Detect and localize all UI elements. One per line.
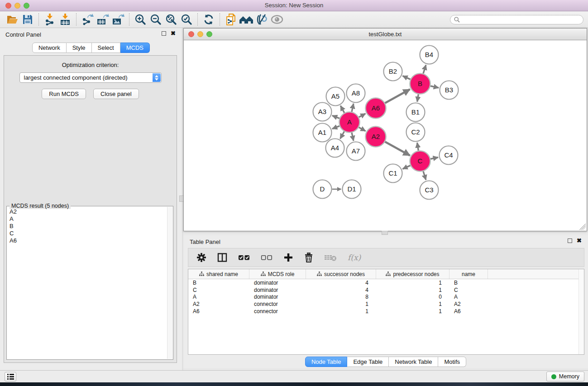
graph-node-A3[interactable]: A3 <box>313 103 332 121</box>
table-cell[interactable]: A6 <box>188 308 249 315</box>
close-panel-icon[interactable]: ✖ <box>171 31 176 36</box>
deselect-all-icon[interactable] <box>261 254 272 261</box>
export-table-icon[interactable] <box>95 13 110 26</box>
mcds-result-item[interactable]: B <box>7 223 167 230</box>
mcds-result-item[interactable]: A6 <box>7 237 167 244</box>
table-cell[interactable]: A6 <box>449 308 488 315</box>
table-cell[interactable]: dominator <box>249 287 306 293</box>
table-cell[interactable]: 1 <box>376 280 449 286</box>
table-cell[interactable]: 1 <box>376 287 449 293</box>
graph-edge-B-B1[interactable] <box>417 94 419 102</box>
table-settings-gear-icon[interactable] <box>196 253 206 262</box>
eye-icon[interactable] <box>269 13 285 26</box>
graph-edge-B-B3[interactable] <box>430 86 439 88</box>
table-cell[interactable]: A2 <box>188 301 249 307</box>
graph-node-A6[interactable]: A6 <box>366 98 386 119</box>
graph-node-B4[interactable]: B4 <box>420 46 439 64</box>
graph-edge-C-C4[interactable] <box>430 157 438 159</box>
tab-mcds[interactable]: MCDS <box>120 43 150 53</box>
table-scrollbar[interactable] <box>578 269 584 354</box>
tab-style[interactable]: Style <box>67 43 92 53</box>
graph-node-C3[interactable]: C3 <box>420 181 439 200</box>
graph-node-A2[interactable]: A2 <box>366 127 386 147</box>
column-header-name[interactable]: name <box>449 269 488 279</box>
column-header-successor-nodes[interactable]: successor nodes <box>306 269 376 279</box>
resize-grip-icon[interactable] <box>579 224 586 230</box>
graph-edge-A-A6[interactable] <box>359 114 366 117</box>
home-icon[interactable] <box>239 13 254 26</box>
table-cell[interactable]: connector <box>249 308 306 315</box>
add-column-icon[interactable] <box>283 253 293 262</box>
graph-edge-A-A8[interactable] <box>352 104 354 112</box>
delete-table-icon[interactable] <box>324 253 337 262</box>
graphics-details-icon[interactable] <box>254 13 269 26</box>
open-session-icon[interactable] <box>5 13 20 26</box>
table-cell[interactable]: 1 <box>376 301 449 307</box>
graph-edge-B-B2[interactable] <box>402 76 410 80</box>
graph-edge-A-A4[interactable] <box>340 131 344 138</box>
graph-node-C2[interactable]: C2 <box>406 123 425 142</box>
table-cell[interactable]: 4 <box>306 287 376 293</box>
memory-button[interactable]: Memory <box>546 372 584 381</box>
task-history-button[interactable] <box>5 372 16 381</box>
table-cell[interactable]: 4 <box>306 280 376 286</box>
graph-node-C[interactable]: C <box>410 151 430 172</box>
function-builder-icon[interactable]: f(x) <box>348 253 361 262</box>
graph-edge-A6-B[interactable] <box>385 89 410 103</box>
graph-edge-C-C2[interactable] <box>417 143 419 151</box>
graph-edge-A-A7[interactable] <box>352 133 354 141</box>
table-row[interactable]: Cdominator41C <box>188 286 584 294</box>
table-row[interactable]: A2connector11A2 <box>188 300 584 308</box>
float-panel-icon[interactable] <box>568 238 572 243</box>
table-cell[interactable]: 1 <box>306 301 376 307</box>
mcds-result-item[interactable]: C <box>7 230 167 237</box>
result-scrollbar[interactable] <box>167 207 172 359</box>
column-header-predecessor-nodes[interactable]: predecessor nodes <box>376 269 449 279</box>
save-session-icon[interactable] <box>20 13 35 26</box>
table-cell[interactable]: A <box>449 294 488 300</box>
select-all-icon[interactable] <box>238 254 250 261</box>
mcds-result-item[interactable]: A2 <box>7 208 167 215</box>
network-graph[interactable]: B4B2BB3A8A5A6A3B1AA1C2A2A4A7C4CC1C3DD1 <box>184 40 587 231</box>
clone-network-icon[interactable] <box>223 13 239 26</box>
tab-edge-table[interactable]: Edge Table <box>347 357 389 367</box>
search-input[interactable] <box>462 16 579 23</box>
table-cell[interactable]: 1 <box>376 308 449 315</box>
zoom-selected-icon[interactable] <box>179 13 194 26</box>
graph-edge-C-C3[interactable] <box>423 171 426 180</box>
tab-network-table[interactable]: Network Table <box>389 357 438 367</box>
refresh-icon[interactable] <box>201 13 216 26</box>
graph-node-A1[interactable]: A1 <box>313 124 332 142</box>
graph-edge-A-A1[interactable] <box>332 126 339 129</box>
float-panel-icon[interactable] <box>162 31 166 36</box>
column-header-MCDS-role[interactable]: MCDS role <box>249 269 306 279</box>
table-row[interactable]: Adominator80A <box>188 294 584 301</box>
search-field[interactable] <box>450 15 583 24</box>
table-cell[interactable]: dominator <box>249 294 306 300</box>
graph-node-A5[interactable]: A5 <box>326 87 345 106</box>
tab-node-table[interactable]: Node Table <box>305 357 348 367</box>
show-columns-icon[interactable] <box>217 253 227 262</box>
table-cell[interactable]: 0 <box>376 294 449 300</box>
graph-node-B[interactable]: B <box>410 74 430 94</box>
graph-node-B1[interactable]: B1 <box>406 103 425 122</box>
network-canvas[interactable]: B4B2BB3A8A5A6A3B1AA1C2A2A4A7C4CC1C3DD1 <box>184 40 587 231</box>
delete-column-trash-icon[interactable] <box>304 253 313 262</box>
optimization-criterion-select[interactable]: largest connected component (directed) <box>19 72 162 83</box>
table-row[interactable]: A6connector11A6 <box>188 308 584 315</box>
table-cell[interactable]: A <box>188 294 249 300</box>
graph-edge-A2-C[interactable] <box>385 142 410 155</box>
graph-edge-C-C1[interactable] <box>402 166 410 169</box>
table-cell[interactable]: B <box>449 280 488 286</box>
graph-node-A[interactable]: A <box>339 112 360 133</box>
tab-network[interactable]: Network <box>32 43 67 53</box>
close-panel-icon[interactable]: ✖ <box>577 238 582 243</box>
export-network-icon[interactable] <box>80 13 95 26</box>
table-cell[interactable]: 1 <box>306 308 376 315</box>
mcds-result-item[interactable]: A <box>7 215 167 223</box>
table-row[interactable]: Bdominator41B <box>188 279 584 286</box>
table-cell[interactable]: connector <box>249 301 306 307</box>
graph-node-A8[interactable]: A8 <box>347 84 365 103</box>
zoom-in-icon[interactable] <box>133 13 148 26</box>
table-header-row[interactable]: shared nameMCDS rolesuccessor nodesprede… <box>188 269 584 279</box>
